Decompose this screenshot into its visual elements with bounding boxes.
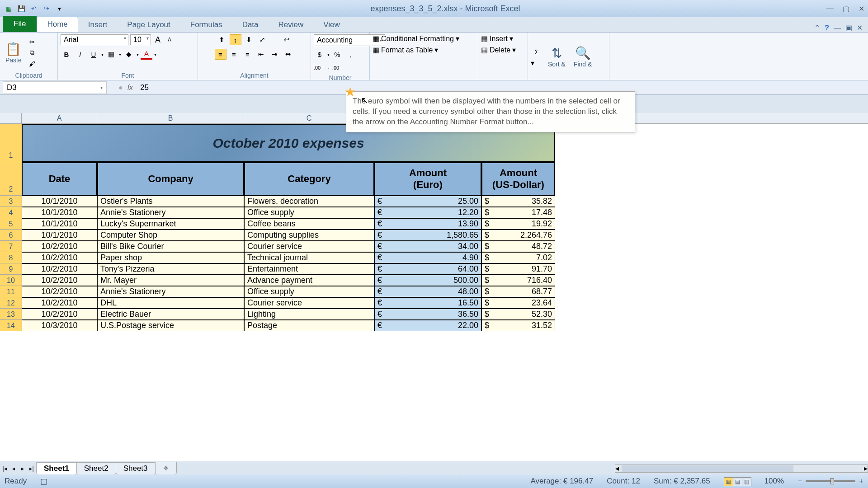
undo-icon[interactable]: ↶ [29, 4, 39, 14]
align-bottom-button[interactable]: ⬇ [243, 34, 255, 45]
cell-category[interactable]: Lighting [244, 309, 374, 320]
row-header[interactable]: 10 [0, 275, 22, 286]
tab-view[interactable]: View [313, 18, 350, 32]
paste-button[interactable]: 📋Paste [3, 41, 24, 65]
col-header-a[interactable]: A [22, 113, 97, 123]
cell-amount-usd[interactable]: $31.52 [481, 320, 555, 331]
sheet-nav-next[interactable]: ▸ [18, 465, 27, 472]
percent-button[interactable]: % [331, 49, 343, 60]
sheet-nav-last[interactable]: ▸| [27, 465, 36, 472]
page-layout-view-button[interactable]: ▤ [733, 477, 742, 486]
horizontal-scrollbar[interactable]: ◂▸ [615, 465, 868, 473]
cell-amount-eur[interactable]: €34.00 [374, 241, 481, 252]
close-icon[interactable]: ✕ [859, 5, 864, 13]
workbook-close-icon[interactable]: ✕ [857, 23, 863, 32]
cell-company[interactable]: Ostler's Plants [97, 196, 244, 207]
cut-icon[interactable]: ✂ [27, 38, 37, 47]
cell-amount-usd[interactable]: $17.48 [481, 207, 555, 218]
fx-icon[interactable]: fx [127, 84, 133, 92]
row-header[interactable]: 5 [0, 218, 22, 230]
cell-company[interactable]: Tony's Pizzeria [97, 263, 244, 275]
cell-company[interactable]: Paper shop [97, 252, 244, 263]
autosum-button[interactable]: Σ [531, 46, 542, 57]
cell-date[interactable]: 10/2/2010 [22, 241, 97, 252]
cell-company[interactable]: Annie's Stationery [97, 207, 244, 218]
cell-category[interactable]: Technical journal [244, 252, 374, 263]
cell-company[interactable]: Mr. Mayer [97, 275, 244, 286]
cell-company[interactable]: DHL [97, 297, 244, 309]
cell-date[interactable]: 10/1/2010 [22, 207, 97, 218]
increase-indent-button[interactable]: ⇥ [269, 49, 281, 60]
align-middle-button[interactable]: ↕ [230, 34, 241, 45]
zoom-out-button[interactable]: − [797, 477, 802, 486]
cell-amount-eur[interactable]: €13.90 [374, 218, 481, 230]
qat-customize-icon[interactable]: ▾ [54, 4, 64, 14]
cell-company[interactable]: Electric Bauer [97, 309, 244, 320]
format-painter-icon[interactable]: 🖌 [27, 59, 37, 68]
cell-amount-eur[interactable]: €25.00 [374, 196, 481, 207]
cell-date[interactable]: 10/1/2010 [22, 196, 97, 207]
tab-review[interactable]: Review [269, 18, 314, 32]
tab-insert[interactable]: Insert [78, 18, 118, 32]
fill-color-button[interactable]: ◆ [123, 49, 135, 60]
new-sheet-button[interactable]: ✧ [155, 462, 177, 475]
row-header[interactable]: 6 [0, 230, 22, 241]
cell-amount-eur[interactable]: €12.20 [374, 207, 481, 218]
cell-amount-usd[interactable]: $91.70 [481, 263, 555, 275]
cell-date[interactable]: 10/3/2010 [22, 320, 97, 331]
cell-amount-eur[interactable]: €4.90 [374, 252, 481, 263]
align-right-button[interactable]: ≡ [242, 49, 254, 60]
cell-amount-usd[interactable]: $52.30 [481, 309, 555, 320]
sheet-tab-3[interactable]: Sheet3 [116, 462, 156, 475]
tab-data[interactable]: Data [232, 18, 269, 32]
cell-category[interactable]: Flowers, decoration [244, 196, 374, 207]
worksheet-grid[interactable]: A B C D E F G 1234567891011121314 Octobe… [0, 113, 868, 461]
minimize-icon[interactable]: — [826, 5, 834, 13]
decrease-decimal-button[interactable]: ←.00 [327, 62, 339, 73]
cell-company[interactable]: U.S.Postage service [97, 320, 244, 331]
row-header[interactable]: 12 [0, 297, 22, 309]
cell-amount-eur[interactable]: €1,580.65 [374, 230, 481, 241]
align-center-button[interactable]: ≡ [228, 49, 240, 60]
table-header[interactable]: Company [97, 162, 244, 196]
window-minimize-icon[interactable]: — [834, 24, 841, 32]
cell-amount-usd[interactable]: $35.82 [481, 196, 555, 207]
cell-date[interactable]: 10/2/2010 [22, 252, 97, 263]
cell-category[interactable]: Entertainment [244, 263, 374, 275]
cell-category[interactable]: Postage [244, 320, 374, 331]
row-header[interactable]: 13 [0, 309, 22, 320]
font-size-combo[interactable]: 10 [130, 34, 151, 45]
table-header[interactable]: Amount (Euro) [374, 162, 481, 196]
cell-category[interactable]: Advance payment [244, 275, 374, 286]
tab-formulas[interactable]: Formulas [180, 18, 232, 32]
row-header[interactable]: 14 [0, 320, 22, 331]
zoom-level[interactable]: 100% [764, 477, 784, 486]
cell-category[interactable]: Courier service [244, 297, 374, 309]
help-icon[interactable]: ? [825, 24, 829, 32]
decrease-indent-button[interactable]: ⇤ [255, 49, 267, 60]
cell-amount-usd[interactable]: $716.40 [481, 275, 555, 286]
cell-category[interactable]: Computing supplies [244, 230, 374, 241]
cell-date[interactable]: 10/2/2010 [22, 263, 97, 275]
cell-date[interactable]: 10/2/2010 [22, 309, 97, 320]
cell-amount-eur[interactable]: €500.00 [374, 275, 481, 286]
minimize-ribbon-icon[interactable]: ⌃ [814, 23, 820, 32]
merge-button[interactable]: ⬌ [283, 49, 294, 60]
cell-amount-usd[interactable]: $7.02 [481, 252, 555, 263]
sheet-tab-2[interactable]: Sheet2 [76, 462, 116, 475]
cell-date[interactable]: 10/2/2010 [22, 286, 97, 297]
cell-amount-eur[interactable]: €22.00 [374, 320, 481, 331]
row-header-1[interactable]: 1 [0, 124, 22, 162]
row-header[interactable]: 7 [0, 241, 22, 252]
cell-company[interactable]: Lucky's Supermarket [97, 218, 244, 230]
orientation-button[interactable]: ⤢ [257, 34, 269, 45]
row-header-2[interactable]: 2 [0, 162, 22, 196]
format-as-table-button[interactable]: ▦Format as Table▾ [373, 46, 438, 54]
underline-button[interactable]: U [88, 49, 99, 60]
cell-amount-usd[interactable]: $68.77 [481, 286, 555, 297]
window-restore-icon[interactable]: ▣ [845, 23, 852, 32]
table-header[interactable]: Date [22, 162, 97, 196]
bold-button[interactable]: B [61, 49, 72, 60]
tab-file[interactable]: File [3, 16, 37, 32]
conditional-formatting-button[interactable]: ▦Conditional Formatting▾ [373, 34, 459, 43]
